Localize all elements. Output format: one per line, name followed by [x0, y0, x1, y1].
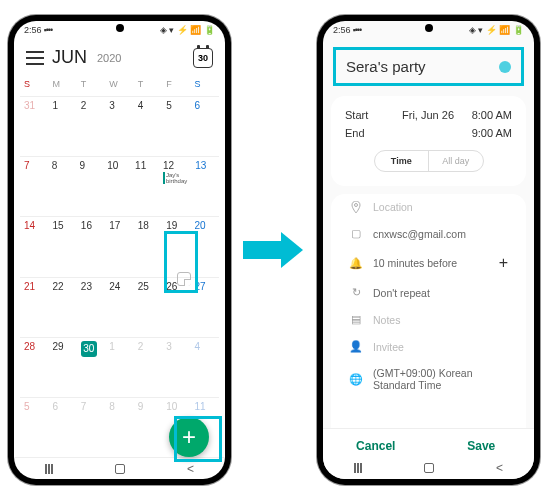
- toggle-allday[interactable]: All day: [429, 151, 483, 171]
- day-header: W: [105, 76, 133, 96]
- calendar-day[interactable]: 24: [105, 278, 133, 337]
- status-time: 2:56: [24, 25, 42, 35]
- timezone-row[interactable]: 🌐 (GMT+09:00) Korean Standard Time: [331, 360, 526, 398]
- calendar-day[interactable]: 12Jay's birthday: [159, 157, 191, 216]
- toggle-time[interactable]: Time: [375, 151, 430, 171]
- end-time: 9:00 AM: [462, 127, 512, 139]
- repeat-icon: ↻: [349, 286, 363, 299]
- cancel-button[interactable]: Cancel: [323, 439, 429, 453]
- calendar-day[interactable]: 3: [105, 97, 133, 156]
- calendar-day[interactable]: 19: [162, 217, 190, 276]
- day-header: S: [191, 76, 219, 96]
- calendar-day[interactable]: 16: [77, 217, 105, 276]
- calendar-day[interactable]: 2: [134, 338, 162, 397]
- calendar-account-icon: ▢: [349, 227, 363, 240]
- calendar-month[interactable]: JUN: [52, 47, 87, 68]
- nav-recent-icon[interactable]: [45, 464, 53, 474]
- calendar-day[interactable]: 6: [191, 97, 219, 156]
- status-dots-icon: ▪•••: [353, 25, 362, 35]
- add-event-button[interactable]: +: [169, 417, 209, 457]
- start-time: 8:00 AM: [462, 109, 512, 121]
- calendar-day[interactable]: 4: [134, 97, 162, 156]
- nav-home-icon[interactable]: [115, 464, 125, 474]
- location-text: Location: [373, 201, 508, 213]
- bell-icon: 🔔: [349, 257, 363, 270]
- calendar-day[interactable]: 31: [20, 97, 48, 156]
- start-date: Fri, Jun 26: [385, 109, 462, 121]
- nav-recent-icon[interactable]: [354, 463, 362, 473]
- notes-text: Notes: [373, 314, 508, 326]
- end-time-row[interactable]: End 9:00 AM: [345, 124, 512, 142]
- menu-icon[interactable]: [26, 51, 44, 65]
- calendar-day[interactable]: 22: [48, 278, 76, 337]
- calendar-day[interactable]: 30: [77, 338, 105, 397]
- calendar-day[interactable]: 28: [20, 338, 48, 397]
- calendar-day[interactable]: 11: [131, 157, 159, 216]
- end-label: End: [345, 127, 385, 139]
- calendar-day[interactable]: 1: [48, 97, 76, 156]
- notes-row[interactable]: ▤ Notes: [331, 306, 526, 333]
- calendar-day[interactable]: 2: [77, 97, 105, 156]
- calendar-account-row[interactable]: ▢ cnxwsc@gmail.com: [331, 220, 526, 247]
- calendar-day[interactable]: 1: [105, 338, 133, 397]
- calendar-day[interactable]: 26: [162, 278, 190, 337]
- repeat-text: Don't repeat: [373, 287, 508, 299]
- status-icons: ◈ ▾ ⚡ 📶 🔋: [469, 25, 524, 35]
- nav-bar: [14, 457, 225, 479]
- calendar-day[interactable]: 23: [77, 278, 105, 337]
- calendar-day[interactable]: 8: [105, 398, 133, 457]
- event-title-text: Sera's party: [346, 58, 499, 75]
- status-time: 2:56: [333, 25, 351, 35]
- calendar-day[interactable]: 13: [191, 157, 219, 216]
- calendar-day[interactable]: 8: [48, 157, 76, 216]
- notes-icon: ▤: [349, 313, 363, 326]
- globe-icon: 🌐: [349, 373, 363, 386]
- calendar-day[interactable]: 3: [162, 338, 190, 397]
- status-bar: 2:56 ▪••• ◈ ▾ ⚡ 📶 🔋: [323, 21, 534, 39]
- calendar-day[interactable]: 27: [191, 278, 219, 337]
- calendar-grid: SMTWTFS31123456789101112Jay's birthday13…: [14, 76, 225, 457]
- calendar-day[interactable]: 14: [20, 217, 48, 276]
- nav-bar: [323, 457, 534, 479]
- timezone-text: (GMT+09:00) Korean Standard Time: [373, 367, 508, 391]
- calendar-day[interactable]: 9: [76, 157, 104, 216]
- calendar-day[interactable]: 17: [105, 217, 133, 276]
- calendar-day[interactable]: 7: [20, 157, 48, 216]
- status-bar: 2:56 ▪••• ◈ ▾ ⚡ 📶 🔋: [14, 21, 225, 39]
- action-bar: Cancel Save: [323, 428, 534, 457]
- phone-right: 2:56 ▪••• ◈ ▾ ⚡ 📶 🔋 Sera's party Start F…: [317, 15, 540, 485]
- calendar-day[interactable]: 25: [134, 278, 162, 337]
- camera-notch: [425, 24, 433, 32]
- calendar-day[interactable]: 4: [191, 338, 219, 397]
- today-icon[interactable]: 30: [193, 48, 213, 68]
- reminder-row[interactable]: 🔔 10 minutes before +: [331, 247, 526, 279]
- calendar-day[interactable]: 7: [77, 398, 105, 457]
- add-reminder-icon[interactable]: +: [499, 254, 508, 272]
- day-header: S: [20, 76, 48, 96]
- start-time-row[interactable]: Start Fri, Jun 26 8:00 AM: [345, 106, 512, 124]
- event-color-dot[interactable]: [499, 61, 511, 73]
- invitee-text: Invitee: [373, 341, 508, 353]
- calendar-account-text: cnxwsc@gmail.com: [373, 228, 508, 240]
- calendar-day[interactable]: 29: [48, 338, 76, 397]
- invitee-row[interactable]: 👤 Invitee: [331, 333, 526, 360]
- calendar-day[interactable]: 10: [103, 157, 131, 216]
- calendar-day[interactable]: 5: [20, 398, 48, 457]
- calendar-day[interactable]: 15: [48, 217, 76, 276]
- calendar-event[interactable]: Jay's birthday: [163, 172, 187, 184]
- calendar-day[interactable]: 5: [162, 97, 190, 156]
- nav-home-icon[interactable]: [424, 463, 434, 473]
- calendar-day[interactable]: 20: [191, 217, 219, 276]
- event-title-field[interactable]: Sera's party: [333, 47, 524, 86]
- nav-back-icon[interactable]: [187, 462, 194, 476]
- calendar-day[interactable]: 21: [20, 278, 48, 337]
- status-icons: ◈ ▾ ⚡ 📶 🔋: [160, 25, 215, 35]
- time-allday-toggle[interactable]: Time All day: [374, 150, 484, 172]
- calendar-day[interactable]: 9: [134, 398, 162, 457]
- save-button[interactable]: Save: [429, 439, 535, 453]
- location-row[interactable]: Location: [331, 194, 526, 220]
- repeat-row[interactable]: ↻ Don't repeat: [331, 279, 526, 306]
- nav-back-icon[interactable]: [496, 461, 503, 475]
- calendar-day[interactable]: 18: [134, 217, 162, 276]
- calendar-day[interactable]: 6: [48, 398, 76, 457]
